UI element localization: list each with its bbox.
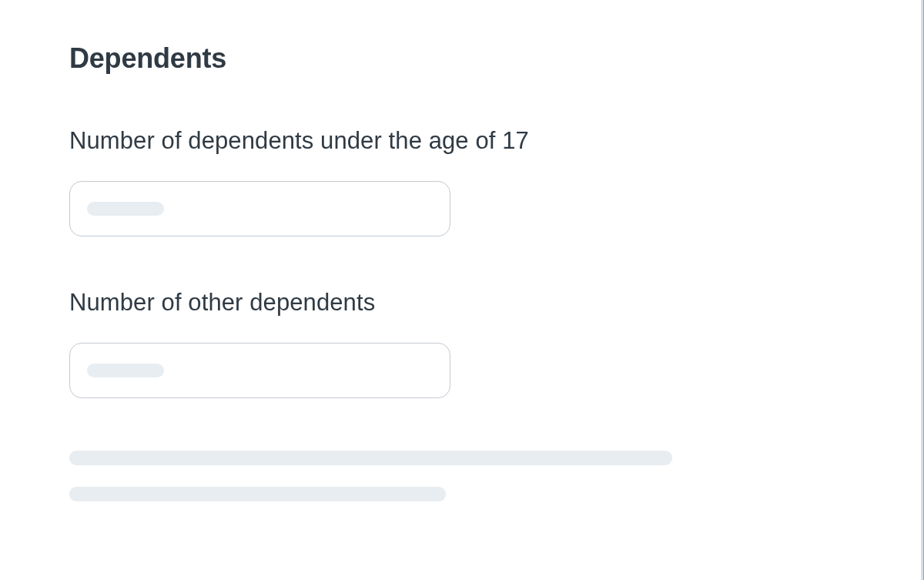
skeleton-line — [69, 451, 672, 465]
section-heading: Dependents — [69, 42, 855, 75]
other-dependents-input[interactable] — [69, 343, 450, 398]
dependents-under-17-input[interactable] — [69, 181, 450, 236]
input-placeholder-skeleton — [87, 202, 164, 216]
scrollbar[interactable] — [921, 0, 924, 580]
form-container: Dependents Number of dependents under th… — [0, 0, 924, 501]
input-placeholder-skeleton — [87, 364, 164, 377]
loading-skeleton-section — [69, 451, 855, 501]
field-group-under-17: Number of dependents under the age of 17 — [69, 127, 855, 236]
field-group-other: Number of other dependents — [69, 289, 855, 398]
field-label-other: Number of other dependents — [69, 289, 855, 317]
field-label-under-17: Number of dependents under the age of 17 — [69, 127, 855, 155]
skeleton-line — [69, 487, 446, 501]
